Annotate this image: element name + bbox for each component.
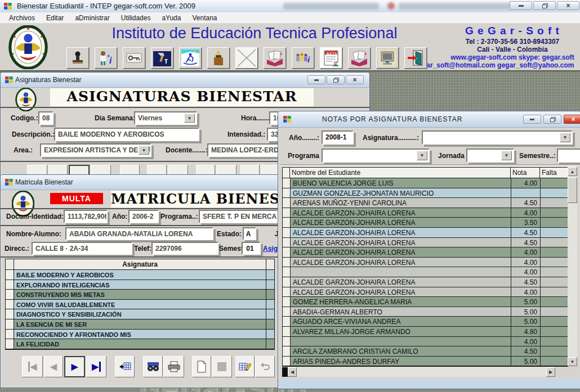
search-button[interactable] — [143, 356, 163, 377]
podium-speaker-icon[interactable] — [207, 47, 230, 69]
table-row[interactable]: EXPLORANDO INTELIGENCIAS — [6, 280, 274, 290]
scroll-right-button[interactable]: ▶ — [546, 367, 555, 377]
chevron-down-icon[interactable]: ▼ — [184, 114, 195, 123]
row-selector-cell[interactable] — [6, 300, 14, 309]
docum-identidad-field[interactable]: 1113,782,906 — [64, 210, 108, 223]
people-group-info-icon[interactable]: i — [292, 47, 314, 69]
row-selector-cell[interactable] — [6, 280, 14, 290]
semestre-field[interactable] — [557, 148, 580, 163]
table-row[interactable]: AGUADO ARCE-VIVIANA ANDREA5.00 — [283, 317, 568, 327]
menu-item-ventana[interactable]: Ventana — [186, 13, 222, 23]
row-selector-cell[interactable] — [283, 238, 291, 247]
jornada-select[interactable]: ▼ — [466, 148, 514, 163]
row-selector-cell[interactable] — [6, 270, 14, 280]
vertical-scrollbar-track[interactable] — [568, 176, 577, 357]
scroll-down-button[interactable]: ▼ — [568, 357, 577, 366]
table-row[interactable]: COMO VIVIR SALUDABLEMENTE — [6, 300, 274, 310]
row-selector-cell[interactable] — [283, 267, 291, 277]
row-selector-cell[interactable] — [6, 309, 14, 319]
codigo-field[interactable]: 08 — [38, 111, 53, 125]
tools-hammer-icon[interactable] — [151, 47, 173, 69]
row-selector-cell[interactable] — [283, 208, 291, 218]
table-row[interactable]: BAILE MODERNO Y AEROBICOS — [6, 270, 274, 280]
key-icon[interactable] — [123, 47, 145, 69]
minimize-button[interactable] — [510, 1, 532, 10]
table-row[interactable]: ARIAS PINEDA-ANDRES DURFAY5.00 — [283, 357, 568, 367]
descripcion-field[interactable]: BAILE MODERNO Y AEROBICOS — [54, 128, 199, 141]
row-selector-cell[interactable] — [6, 319, 14, 329]
table-row[interactable]: ALCALDE GARZON-JOHAIRA LORENA4.00 — [283, 247, 568, 258]
row-selector-cell[interactable] — [283, 337, 291, 346]
area-select[interactable]: EXPRESION ARTISTICA Y DEPORTIV ▼ — [40, 143, 151, 157]
row-selector-cell[interactable] — [283, 317, 291, 326]
row-selector-cell[interactable] — [283, 218, 291, 227]
computer-monitor-icon[interactable] — [376, 47, 399, 69]
row-selector-cell[interactable] — [6, 290, 14, 299]
scroll-left-button[interactable]: ◀ — [288, 367, 297, 377]
row-selector-cell[interactable] — [283, 258, 291, 267]
table-row[interactable]: BUENO VALENCIA JORGE LUIS4.00 — [283, 178, 568, 188]
previous-record-button[interactable]: ◀ — [44, 356, 63, 377]
direccion-field[interactable]: CALLE 8 · 2A-34 — [32, 242, 132, 255]
restore-button[interactable] — [327, 75, 345, 84]
insert-record-button[interactable] — [115, 356, 135, 377]
row-selector-cell[interactable] — [283, 178, 291, 188]
print-button[interactable] — [163, 356, 184, 377]
table-row[interactable]: CONSTRUYENDO MIS METAS — [6, 290, 274, 300]
matricula-titlebar[interactable]: Matricula Bienestar — [1, 175, 278, 190]
asignaturas-link[interactable]: Asig — [263, 245, 278, 253]
menu-item-archivos[interactable]: Archivos — [3, 13, 41, 23]
scroll-up-button[interactable]: ▲ — [568, 167, 577, 176]
ski-sports-icon[interactable] — [179, 47, 202, 69]
chevron-down-icon[interactable]: ▼ — [560, 133, 570, 142]
edit-record-button[interactable] — [235, 356, 255, 377]
row-selector-cell[interactable] — [283, 307, 291, 317]
nombre-alumno-field[interactable]: ABADIA GRANADA-NATALIA LORENA — [65, 227, 213, 240]
row-selector-cell[interactable] — [283, 247, 291, 257]
table-row[interactable]: 4.00 — [283, 337, 568, 347]
row-selector-cell[interactable] — [283, 327, 291, 336]
estado-field[interactable]: A — [243, 227, 256, 240]
asignatura-select[interactable]: ▼ — [422, 130, 573, 145]
table-row[interactable]: ALCALDE GARZON-JOHAIRA LORENA4.00 — [283, 287, 568, 298]
exit-door-icon[interactable] — [404, 47, 427, 69]
card-file-icon[interactable] — [264, 47, 286, 69]
table-row[interactable]: ALCALDE GARZON-JOHAIRA LORENA4.00 — [283, 258, 568, 268]
table-row[interactable]: GUZMAN GONZALEZ-JHONATAN MAURICIO — [283, 188, 568, 199]
semestre-field[interactable]: 01 — [242, 242, 261, 255]
row-selector-cell[interactable] — [283, 188, 291, 198]
table-row[interactable]: ALCALDE GARZON-JOHAIRA LORENA3.50 — [283, 218, 568, 228]
table-row[interactable]: RECONOCIENDO Y AFRONTANDO MIS — [6, 330, 274, 340]
dia-semana-select[interactable]: Viernes ▼ — [134, 111, 197, 125]
minimize-button[interactable] — [307, 75, 325, 84]
table-row[interactable]: ARCILA ZAMBRANO CRISTIAN CAMILO4.50 — [283, 346, 568, 357]
row-selector-cell[interactable] — [283, 277, 291, 287]
table-row[interactable]: DIAGNOSTICO Y SENSIBILIZACIÓN — [6, 309, 274, 319]
row-selector-cell[interactable] — [283, 346, 291, 356]
row-selector-cell[interactable] — [283, 357, 291, 366]
menu-item-editar[interactable]: Editar — [41, 13, 69, 23]
row-selector-cell[interactable] — [283, 228, 291, 237]
menu-item-utilidades[interactable]: Utilidades — [115, 13, 157, 23]
main-titlebar[interactable]: Bienestar Estudiantil - INTEP gegar-soft… — [0, 0, 580, 13]
table-row[interactable]: LA FELICIDAD — [6, 339, 274, 349]
next-record-button[interactable]: ▶ — [64, 356, 85, 377]
table-row[interactable]: ALCALDE GARZON-JOHAIRA LORENA4.50 — [283, 238, 568, 248]
programa-field[interactable]: SFERE T. P EN MERCADEO — [199, 210, 278, 223]
row-selector-cell[interactable] — [283, 297, 291, 307]
menu-item-ayuda[interactable]: aYuda — [156, 13, 186, 23]
table-row[interactable]: LA ESENCIA DE MI SER — [6, 319, 274, 330]
disabled-x-icon[interactable] — [235, 47, 258, 69]
row-selector-cell[interactable] — [6, 339, 14, 349]
telefono-field[interactable]: 2297096 — [151, 242, 218, 255]
anio-field[interactable]: 2006-2 — [128, 210, 159, 223]
row-selector-cell[interactable] — [283, 287, 291, 297]
table-row[interactable]: ALCALDE GARZON-JOHAIRA LORENA4.50 — [283, 228, 568, 238]
new-record-button[interactable] — [192, 356, 211, 377]
last-record-button[interactable]: ▶ — [86, 356, 106, 377]
anio-field[interactable]: 2008-1 — [322, 130, 354, 145]
stop-button[interactable] — [212, 356, 232, 377]
programa-select[interactable]: ▼ — [322, 148, 430, 163]
first-record-button[interactable]: ◀ — [22, 356, 43, 377]
chevron-down-icon[interactable]: ▼ — [139, 146, 149, 155]
